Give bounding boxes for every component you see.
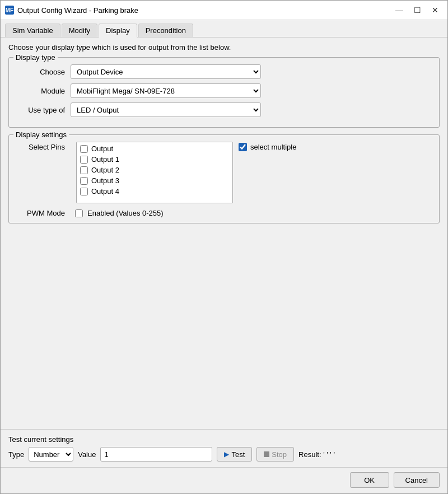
description-text: Choose your display type which is used f… [8, 43, 440, 52]
minimize-button[interactable]: — [391, 4, 407, 16]
module-control: MobiFlight Mega/ SN-09E-728 [71, 83, 261, 98]
choose-control: Output Device Serial Parallel [71, 64, 261, 79]
tab-display[interactable]: Display [99, 24, 137, 38]
module-row: Module MobiFlight Mega/ SN-09E-728 [15, 83, 433, 98]
play-icon: ▶ [224, 450, 229, 458]
test-section-title: Test current settings [8, 435, 440, 444]
stop-button[interactable]: Stop [256, 447, 294, 462]
value-input[interactable] [100, 447, 212, 462]
pin-output-checkbox[interactable] [80, 145, 88, 153]
display-type-group-title: Display type [13, 53, 58, 62]
module-label: Module [15, 87, 65, 95]
list-item: Output 4 [80, 187, 229, 195]
choose-row: Choose Output Device Serial Parallel [15, 64, 433, 79]
window-title: Output Config Wizard - Parking brake [17, 6, 388, 15]
pins-listbox: Output Output 1 Output 2 Output 3 [76, 142, 233, 203]
stop-button-label: Stop [272, 450, 287, 459]
display-settings-content: Select Pins Output Output 1 Output 2 [15, 142, 433, 203]
test-section: Test current settings Type Number String… [1, 429, 447, 467]
use-type-control: LED / Output 7-Segment Display LCD Displ… [71, 102, 261, 117]
app-icon: MF [5, 6, 14, 15]
title-bar-controls: — ☐ ✕ [391, 4, 443, 16]
tab-modify[interactable]: Modify [62, 24, 97, 37]
pwm-enabled-checkbox[interactable] [75, 209, 83, 217]
pin-output2-checkbox[interactable] [80, 166, 88, 174]
test-row: Type Number String Value ▶ Test Stop Res… [8, 447, 440, 462]
value-label: Value [78, 450, 96, 459]
pin-output3-checkbox[interactable] [80, 177, 88, 185]
select-pins-label: Select Pins [15, 142, 65, 151]
list-item: Output 3 [80, 176, 229, 185]
tab-bar: Sim Variable Modify Display Precondition [1, 20, 447, 38]
action-row: OK Cancel [1, 467, 447, 493]
type-label: Type [8, 450, 24, 459]
pin-output4-checkbox[interactable] [80, 188, 88, 195]
close-button[interactable]: ✕ [427, 4, 443, 16]
use-type-select[interactable]: LED / Output 7-Segment Display LCD Displ… [71, 102, 261, 117]
result-value: ' ' ' ' [323, 450, 335, 459]
display-type-group: Display type Choose Output Device Serial… [8, 57, 440, 128]
tab-precondition[interactable]: Precondition [138, 24, 193, 37]
tab-sim-variable[interactable]: Sim Variable [5, 24, 60, 37]
test-button-label: Test [231, 450, 245, 459]
pin-output1-label: Output 1 [91, 155, 119, 164]
use-type-row: Use type of LED / Output 7-Segment Displ… [15, 102, 433, 117]
ok-button[interactable]: OK [350, 472, 389, 488]
pwm-mode-label: PWM Mode [15, 209, 65, 217]
pin-output-label: Output [91, 145, 113, 153]
select-multiple-label: select multiple [250, 143, 296, 151]
test-button[interactable]: ▶ Test [217, 447, 252, 462]
pin-output2-label: Output 2 [91, 166, 119, 174]
select-multiple-area: select multiple [239, 142, 296, 151]
display-settings-group: Display settings Select Pins Output Outp… [8, 134, 440, 223]
use-type-label: Use type of [15, 106, 65, 114]
pin-output3-label: Output 3 [91, 176, 119, 185]
result-label: Result: ' ' ' ' [298, 450, 335, 459]
main-content: Choose your display type which is used f… [1, 38, 447, 429]
pin-output1-checkbox[interactable] [80, 156, 88, 164]
display-settings-group-title: Display settings [13, 131, 69, 139]
select-multiple-checkbox[interactable] [239, 143, 247, 151]
stop-icon [264, 451, 269, 457]
list-item: Output 2 [80, 166, 229, 174]
pwm-enabled-label: Enabled (Values 0-255) [87, 209, 164, 217]
choose-label: Choose [15, 68, 65, 76]
list-item: Output 1 [80, 155, 229, 164]
module-select[interactable]: MobiFlight Mega/ SN-09E-728 [71, 83, 261, 98]
maximize-button[interactable]: ☐ [409, 4, 425, 16]
cancel-button[interactable]: Cancel [394, 472, 440, 488]
list-item: Output [80, 145, 229, 153]
title-bar: MF Output Config Wizard - Parking brake … [1, 1, 447, 20]
pin-output4-label: Output 4 [91, 187, 119, 195]
choose-select[interactable]: Output Device Serial Parallel [71, 64, 261, 79]
main-window: MF Output Config Wizard - Parking brake … [0, 0, 448, 494]
pwm-row: PWM Mode Enabled (Values 0-255) [15, 209, 433, 217]
type-select[interactable]: Number String [29, 447, 73, 462]
